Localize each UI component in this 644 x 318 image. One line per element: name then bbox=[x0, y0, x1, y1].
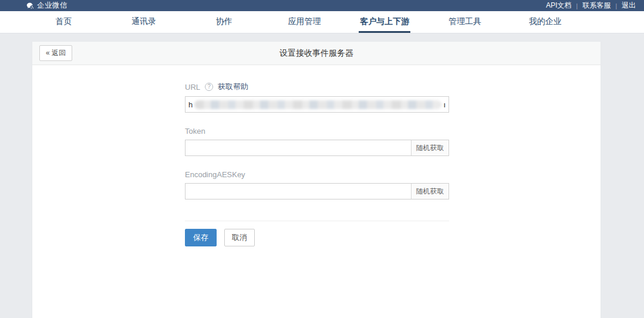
event-server-form: URL ? 获取帮助 h ı Token 随机获取 EncodingAESK bbox=[32, 65, 449, 246]
nav-item-my-company[interactable]: 我的企业 bbox=[505, 11, 585, 33]
url-input[interactable]: h ı bbox=[185, 96, 449, 113]
aeskey-random-generate-button[interactable]: 随机获取 bbox=[411, 184, 449, 199]
settings-panel: « 返回 设置接收事件服务器 URL ? 获取帮助 h ı Token 随机获 bbox=[32, 42, 601, 318]
nav-item-label: 通讯录 bbox=[130, 11, 157, 33]
topbar: 企业微信 API文档 | 联系客服 | 退出 bbox=[0, 0, 644, 11]
topbar-link-api-docs[interactable]: API文档 bbox=[546, 1, 571, 11]
aeskey-input[interactable] bbox=[186, 184, 411, 199]
nav-item-customers-upstream-downstream[interactable]: 客户与上下游 bbox=[345, 11, 425, 33]
brand-name: 企业微信 bbox=[37, 1, 68, 11]
back-button[interactable]: « 返回 bbox=[39, 45, 72, 61]
nav-item-collaboration[interactable]: 协作 bbox=[184, 11, 264, 33]
aeskey-label-row: EncodingAESKey bbox=[185, 170, 449, 179]
nav-item-label: 我的企业 bbox=[528, 11, 563, 33]
topbar-link-contact-support[interactable]: 联系客服 bbox=[582, 1, 611, 11]
aeskey-label: EncodingAESKey bbox=[185, 170, 245, 179]
url-value-suffix: ı bbox=[443, 100, 446, 109]
separator: | bbox=[615, 2, 617, 9]
url-field-group: URL ? 获取帮助 h ı bbox=[185, 82, 449, 113]
main-nav: 首页 通讯录 协作 应用管理 客户与上下游 管理工具 我的企业 bbox=[0, 11, 644, 33]
save-button[interactable]: 保存 bbox=[185, 229, 217, 246]
token-field-group: Token 随机获取 bbox=[185, 127, 449, 156]
token-label-row: Token bbox=[185, 127, 449, 136]
form-divider bbox=[185, 221, 449, 221]
url-value-redacted-blur bbox=[194, 100, 441, 109]
token-input[interactable] bbox=[186, 140, 411, 155]
nav-item-label: 协作 bbox=[215, 11, 234, 33]
nav-item-label: 管理工具 bbox=[447, 11, 483, 33]
token-input-group: 随机获取 bbox=[185, 140, 449, 156]
form-actions: 保存 取消 bbox=[185, 229, 449, 246]
panel-header: « 返回 设置接收事件服务器 bbox=[32, 42, 601, 65]
token-random-generate-button[interactable]: 随机获取 bbox=[411, 140, 449, 155]
separator: | bbox=[576, 2, 578, 9]
url-value-prefix: h bbox=[188, 100, 193, 109]
help-icon[interactable]: ? bbox=[205, 83, 213, 91]
page-title: 设置接收事件服务器 bbox=[32, 48, 601, 59]
url-label-row: URL ? 获取帮助 bbox=[185, 82, 449, 92]
brand[interactable]: 企业微信 bbox=[26, 1, 68, 11]
url-label: URL bbox=[185, 83, 200, 92]
nav-item-label: 首页 bbox=[54, 11, 73, 33]
nav-item-contacts[interactable]: 通讯录 bbox=[104, 11, 184, 33]
cancel-button[interactable]: 取消 bbox=[224, 229, 255, 246]
wechat-work-logo-icon bbox=[26, 2, 34, 10]
nav-item-admin-tools[interactable]: 管理工具 bbox=[425, 11, 505, 33]
nav-item-label: 应用管理 bbox=[287, 11, 322, 33]
aeskey-field-group: EncodingAESKey 随机获取 bbox=[185, 170, 449, 199]
topbar-links: API文档 | 联系客服 | 退出 bbox=[546, 1, 636, 11]
topbar-link-logout[interactable]: 退出 bbox=[622, 1, 636, 11]
nav-item-app-management[interactable]: 应用管理 bbox=[264, 11, 345, 33]
aeskey-input-group: 随机获取 bbox=[185, 183, 449, 199]
token-label: Token bbox=[185, 127, 205, 136]
nav-item-label: 客户与上下游 bbox=[359, 11, 410, 33]
get-help-link[interactable]: 获取帮助 bbox=[218, 82, 248, 92]
nav-item-home[interactable]: 首页 bbox=[23, 11, 104, 33]
